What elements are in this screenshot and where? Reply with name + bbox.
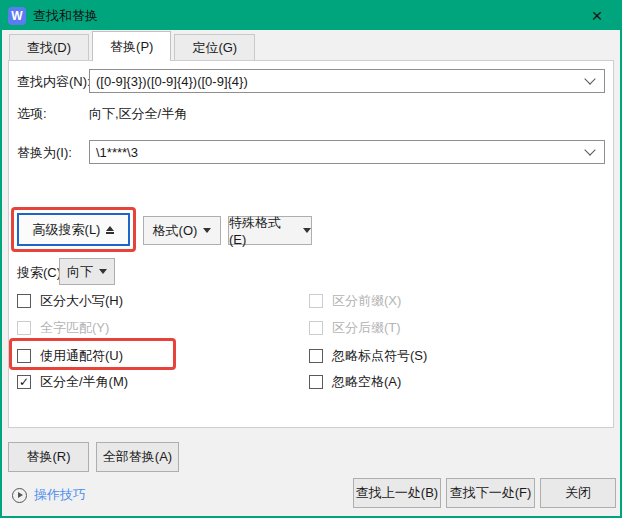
checkbox-box[interactable] — [309, 375, 323, 389]
checkbox-label: 区分后缀(T) — [332, 319, 401, 337]
replace-all-button-label: 全部替换(A) — [103, 448, 172, 466]
operation-tips-link[interactable]: 操作技巧 — [12, 486, 86, 504]
find-previous-button[interactable]: 查找上一处(B) — [353, 478, 441, 508]
special-format-button[interactable]: 特殊格式(E) — [228, 216, 312, 245]
checkbox-ignore-punctuation[interactable]: 忽略标点符号(S) — [309, 347, 427, 365]
checkbox-box[interactable]: ✓ — [17, 375, 31, 389]
play-circle-icon — [12, 488, 27, 503]
replace-button[interactable]: 替换(R) — [8, 442, 89, 472]
checkbox-label: 忽略空格(A) — [332, 373, 401, 391]
dialog-title: 查找和替换 — [33, 7, 98, 25]
checkbox-match-prefix[interactable]: 区分前缀(X) — [309, 292, 401, 310]
tab-replace[interactable]: 替换(P) — [92, 31, 171, 61]
dropdown-arrow-icon — [303, 228, 311, 233]
checkbox-box[interactable] — [17, 294, 31, 308]
format-button[interactable]: 格式(O) — [143, 216, 221, 245]
checkbox-box — [17, 321, 31, 335]
wps-writer-logo-icon: W — [8, 7, 26, 25]
replace-with-input[interactable]: \1****\3 — [89, 140, 605, 164]
options-value: 向下,区分全/半角 — [89, 105, 187, 123]
find-what-input[interactable]: ([0-9]{3})([0-9]{4})([0-9]{4}) — [89, 69, 605, 93]
checkbox-box — [309, 294, 323, 308]
find-replace-dialog: W 查找和替换 × 查找(D) 替换(P) 定位(G) 查找内容(N): ([0… — [0, 0, 622, 518]
close-button[interactable]: 关闭 — [540, 478, 616, 508]
checkbox-match-suffix[interactable]: 区分后缀(T) — [309, 319, 401, 337]
close-button-label: 关闭 — [565, 484, 591, 502]
search-direction-dropdown[interactable]: 向下 — [59, 258, 115, 285]
checkbox-match-case[interactable]: 区分大小写(H) — [17, 292, 123, 310]
checkbox-box — [309, 321, 323, 335]
replace-with-label: 替换为(I): — [17, 144, 72, 162]
options-label: 选项: — [17, 105, 47, 123]
checkbox-label: 区分大小写(H) — [40, 292, 123, 310]
find-next-label: 查找下一处(F) — [450, 484, 532, 502]
replace-all-button[interactable]: 全部替换(A) — [96, 442, 179, 472]
find-what-value: ([0-9]{3})([0-9]{4})([0-9]{4}) — [90, 74, 582, 89]
special-format-label: 特殊格式(E) — [229, 214, 297, 247]
format-label: 格式(O) — [153, 222, 198, 240]
title-bar: W 查找和替换 × — [2, 2, 620, 30]
tab-strip: 查找(D) 替换(P) 定位(G) — [2, 30, 620, 61]
checkbox-box[interactable] — [17, 349, 31, 363]
operation-tips-label: 操作技巧 — [34, 486, 86, 504]
checkbox-ignore-whitespace[interactable]: 忽略空格(A) — [309, 373, 401, 391]
tab-find[interactable]: 查找(D) — [9, 34, 89, 61]
checkbox-use-wildcards[interactable]: 使用通配符(U) — [17, 347, 123, 365]
collapse-up-icon — [106, 226, 114, 234]
dropdown-arrow-icon — [203, 228, 211, 233]
checkbox-box[interactable] — [309, 349, 323, 363]
checkbox-whole-word[interactable]: 全字匹配(Y) — [17, 319, 109, 337]
checkbox-full-half-width[interactable]: ✓区分全/半角(M) — [17, 373, 128, 391]
replace-with-value: \1****\3 — [90, 145, 582, 160]
search-direction-value: 向下 — [67, 263, 93, 281]
find-next-button[interactable]: 查找下一处(F) — [446, 478, 535, 508]
checkbox-label: 区分全/半角(M) — [40, 373, 128, 391]
checkbox-label: 忽略标点符号(S) — [332, 347, 427, 365]
checkbox-label: 使用通配符(U) — [40, 347, 123, 365]
chevron-down-icon[interactable] — [584, 144, 595, 155]
chevron-down-icon[interactable] — [584, 73, 595, 84]
replace-tab-panel: 查找内容(N): ([0-9]{3})([0-9]{4})([0-9]{4}) … — [8, 60, 614, 428]
close-icon[interactable]: × — [580, 2, 614, 30]
advanced-search-button[interactable]: 高级搜索(L) — [17, 213, 130, 246]
checkbox-label: 全字匹配(Y) — [40, 319, 109, 337]
advanced-search-label: 高级搜索(L) — [33, 221, 101, 239]
replace-button-label: 替换(R) — [26, 448, 70, 466]
dropdown-arrow-icon — [99, 269, 107, 274]
search-direction-label: 搜索(C) — [17, 264, 61, 282]
checkbox-label: 区分前缀(X) — [332, 292, 401, 310]
find-what-label: 查找内容(N): — [17, 73, 91, 91]
find-previous-label: 查找上一处(B) — [356, 484, 438, 502]
tab-goto[interactable]: 定位(G) — [174, 34, 255, 61]
